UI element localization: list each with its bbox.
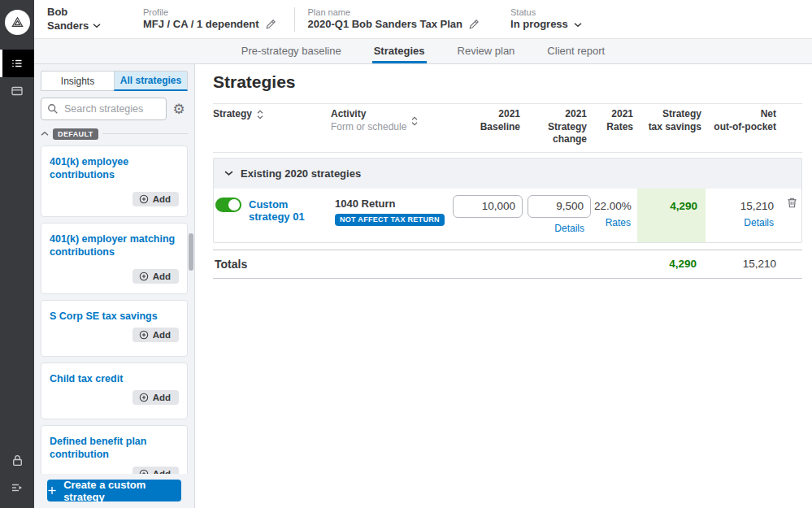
tab-strategies[interactable]: Strategies (372, 39, 427, 63)
totals-row: Totals 4,290 15,210 (213, 250, 802, 279)
strategies-panel: Insights All strategies ⚙ DEFAULT 401(k)… (34, 64, 195, 508)
rail-item-lock[interactable] (0, 446, 34, 474)
strategy-group: Existing 2020 strategies Custom strategy… (213, 158, 802, 243)
tab-pre-strategy-baseline[interactable]: Pre-strategy baseline (240, 39, 343, 63)
add-button-label: Add (153, 393, 171, 402)
add-strategy-button[interactable]: Add (132, 390, 179, 405)
strategy-card-title[interactable]: S Corp SE tax savings (50, 310, 179, 323)
list-icon (11, 57, 24, 70)
toggle-knob (228, 199, 240, 211)
tax-savings-value: 4,290 (670, 200, 697, 212)
plan-step-tabs: Pre-strategy baseline Strategies Review … (34, 39, 812, 64)
add-strategy-button[interactable]: Add (132, 269, 179, 284)
totals-net-out-of-pocket: 15,210 (705, 258, 779, 270)
col-header-rates: 2021Rates (590, 108, 636, 146)
card-icon (11, 85, 24, 98)
top-header: Bob Sanders Profile MFJ / CA / 1 depende… (34, 0, 812, 39)
filter-settings-button[interactable]: ⚙ (170, 102, 188, 116)
add-strategy-button[interactable]: Add (132, 192, 179, 206)
status-value: In progress (510, 18, 568, 31)
left-rail (0, 0, 34, 508)
col-header-strategy: Strategy (213, 108, 252, 121)
tab-client-report[interactable]: Client report (545, 39, 606, 63)
profile-label: Profile (143, 7, 276, 19)
create-custom-strategy-button[interactable]: Create a custom strategy (47, 480, 181, 501)
pencil-icon (265, 19, 276, 30)
chevron-down-icon (93, 23, 101, 28)
gear-icon: ⚙ (172, 102, 185, 116)
strategy-card-title[interactable]: Defined benefit plan contribution (50, 435, 179, 462)
col-header-tax-savings: Strategytax savings (636, 108, 705, 146)
plan-name-value: 2020-Q1 Bob Sanders Tax Plan (308, 18, 463, 31)
add-strategy-button[interactable]: Add (132, 328, 179, 342)
add-button-label: Add (153, 469, 171, 474)
totals-tax-savings: 4,290 (636, 258, 705, 270)
sort-activity-button[interactable] (411, 116, 418, 126)
section-divider (102, 133, 188, 134)
plus-circle-icon (139, 469, 149, 474)
rail-item-billing[interactable] (0, 77, 34, 105)
profile-value: MFJ / CA / 1 dependent (143, 18, 259, 31)
default-section-badge: DEFAULT (53, 128, 98, 140)
chevron-down-icon (224, 170, 233, 176)
panel-scrollbar-thumb[interactable] (189, 233, 193, 271)
col-header-strategy-change: 2021Strategy change (523, 108, 590, 146)
add-button-label: Add (153, 271, 171, 281)
lock-icon (11, 454, 24, 467)
strategy-change-details-link[interactable]: Details (528, 223, 588, 234)
profile-group: Profile MFJ / CA / 1 dependent (143, 7, 276, 32)
add-button-label: Add (153, 194, 171, 204)
chevron-up-icon (41, 131, 49, 137)
strategy-card: 401(k) employer matching contributions A… (41, 223, 188, 294)
group-label: Existing 2020 strategies (241, 167, 361, 180)
strategy-enabled-toggle[interactable] (215, 198, 241, 212)
tab-all-strategies[interactable]: All strategies (114, 71, 188, 91)
search-icon (47, 103, 59, 115)
header-divider (294, 7, 295, 32)
baseline-input[interactable] (453, 195, 523, 218)
client-selector[interactable]: Bob Sanders (47, 6, 132, 33)
col-header-activity-sub: Form or schedule (331, 121, 406, 134)
sort-icon (411, 116, 418, 126)
status-label: Status (510, 7, 582, 19)
strategy-change-input[interactable] (528, 195, 591, 218)
net-details-link[interactable]: Details (709, 217, 777, 228)
plus-circle-icon (139, 393, 149, 402)
strategy-card: S Corp SE tax savings Add (41, 300, 188, 357)
sort-icon (257, 110, 263, 119)
search-strategies-input[interactable] (41, 98, 167, 120)
collapse-section-button[interactable] (41, 131, 49, 137)
totals-label: Totals (213, 258, 331, 271)
col-header-net-out-of-pocket: Netout-of-pocket (705, 108, 779, 146)
status-group[interactable]: Status In progress (510, 7, 582, 32)
net-out-of-pocket-value: 15,210 (709, 195, 777, 212)
plan-label: Plan name (308, 7, 480, 19)
group-header-existing-strategies[interactable]: Existing 2020 strategies (214, 158, 801, 189)
rail-item-plan-list[interactable] (0, 50, 34, 77)
col-header-activity: Activity (331, 108, 406, 121)
logo-triangle-icon (11, 15, 24, 29)
strategy-name-link[interactable]: Custom strategy 01 (249, 198, 328, 223)
delete-strategy-button[interactable] (786, 197, 798, 234)
rail-item-collapse-menu[interactable] (0, 474, 34, 501)
main-content: Strategies Strategy Activity Form or sch… (195, 64, 812, 508)
client-name-line2: Sanders (47, 20, 89, 33)
sort-strategy-button[interactable] (257, 110, 263, 119)
edit-plan-name-button[interactable] (468, 19, 480, 30)
tab-insights[interactable]: Insights (41, 71, 114, 91)
strategy-card-title[interactable]: 401(k) employee contributions (50, 155, 179, 183)
tab-review-plan[interactable]: Review plan (456, 39, 517, 63)
plus-icon (47, 485, 57, 496)
plan-group: Plan name 2020-Q1 Bob Sanders Tax Plan (308, 7, 480, 32)
pencil-icon (468, 19, 480, 30)
plus-circle-icon (139, 271, 149, 281)
strategy-card-title[interactable]: 401(k) employer matching contributions (50, 232, 179, 260)
add-strategy-button[interactable]: Add (132, 467, 179, 474)
rates-link[interactable]: Rates (594, 217, 634, 228)
edit-profile-button[interactable] (265, 19, 276, 30)
strategy-card-title[interactable]: Child tax credit (50, 372, 179, 386)
trash-icon (786, 197, 798, 209)
plus-circle-icon (139, 330, 149, 340)
strategy-card: Defined benefit plan contribution Add (41, 425, 188, 475)
app-logo[interactable] (5, 10, 30, 35)
